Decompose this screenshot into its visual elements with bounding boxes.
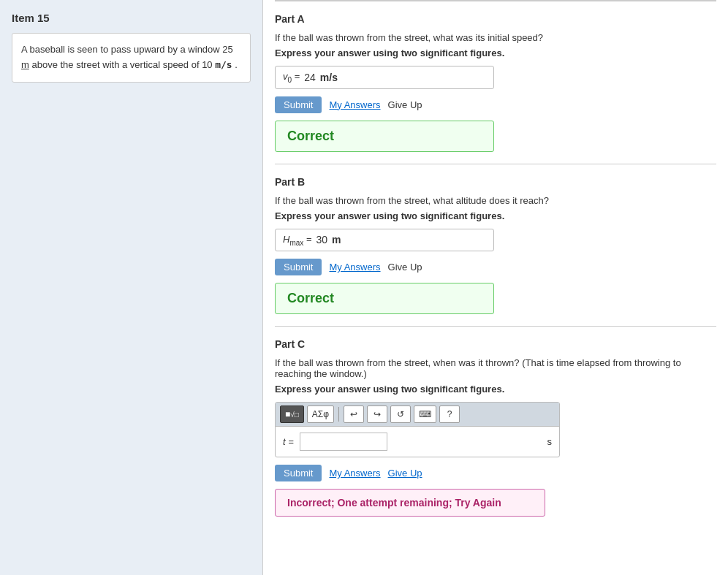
problem-text: A baseball is seen to pass upward by a w… — [21, 44, 235, 70]
item-title: Item 15 — [12, 12, 251, 24]
part-c-action-row: Submit My Answers Give Up — [275, 465, 716, 481]
toolbar-separator-1 — [338, 407, 339, 422]
part-a-question: If the ball was thrown from the street, … — [275, 32, 716, 43]
part-a-input-value: 24 — [304, 72, 316, 83]
part-c-eq-label: t = — [283, 436, 294, 447]
math-toolbar-btn1-icon: ■√□ — [285, 409, 299, 419]
part-b-title: Part B — [275, 176, 716, 188]
part-b-input-label: Hmax = — [283, 234, 312, 247]
part-b-give-up-text: Give Up — [388, 262, 422, 273]
part-a-action-row: Submit My Answers Give Up — [275, 96, 716, 113]
math-toolbar-btn1[interactable]: ■√□ — [280, 405, 304, 423]
part-a-my-answers-link[interactable]: My Answers — [329, 99, 380, 110]
math-editor-toolbar: ■√□ AΣφ ↩ ↪ ↺ ⌨ ? — [276, 403, 559, 427]
part-c-submit-button[interactable]: Submit — [275, 465, 322, 481]
math-toolbar-help-button[interactable]: ? — [439, 405, 460, 423]
part-c-my-answers-link[interactable]: My Answers — [329, 468, 380, 479]
part-c-incorrect-banner: Incorrect; One attempt remaining; Try Ag… — [275, 489, 545, 517]
keyboard-icon: ⌨ — [419, 409, 431, 419]
part-c-section: Part C If the ball was thrown from the s… — [275, 327, 716, 528]
part-a-input-unit: m/s — [320, 72, 338, 83]
part-a-instruction: Express your answer using two significan… — [275, 47, 716, 58]
reset-icon: ↺ — [397, 409, 404, 419]
part-a-section: Part A If the ball was thrown from the s… — [275, 0, 716, 164]
part-b-input-value: 30 — [316, 234, 328, 245]
part-a-title: Part A — [275, 13, 716, 25]
part-b-instruction: Express your answer using two significan… — [275, 210, 716, 221]
part-b-correct-banner: Correct — [275, 283, 494, 314]
right-panel: Part A If the ball was thrown from the s… — [263, 0, 728, 575]
math-toolbar-reset-button[interactable]: ↺ — [390, 405, 411, 423]
part-c-answer-input[interactable] — [300, 433, 387, 451]
part-b-input-row: Hmax = 30 m — [275, 229, 494, 252]
part-c-question: If the ball was thrown from the street, … — [275, 357, 716, 379]
part-a-input-row: v0 = 24 m/s — [275, 66, 494, 89]
problem-period: . — [235, 59, 238, 70]
part-c-unit-label: s — [547, 436, 553, 447]
redo-icon: ↪ — [374, 409, 381, 419]
part-c-give-up-link[interactable]: Give Up — [388, 468, 422, 479]
problem-box: A baseball is seen to pass upward by a w… — [12, 33, 251, 83]
math-toolbar-btn2-icon: AΣφ — [312, 409, 329, 419]
part-b-action-row: Submit My Answers Give Up — [275, 259, 716, 275]
part-b-input-unit: m — [332, 234, 341, 245]
math-toolbar-btn2[interactable]: AΣφ — [307, 405, 334, 423]
part-c-instruction: Express your answer using two significan… — [275, 384, 716, 395]
math-toolbar-keyboard-button[interactable]: ⌨ — [414, 405, 436, 423]
part-a-give-up-text: Give Up — [388, 99, 422, 110]
math-toolbar-redo-button[interactable]: ↪ — [367, 405, 387, 423]
part-a-correct-banner: Correct — [275, 121, 494, 152]
math-editor-input-row: t = s — [276, 427, 559, 457]
part-a-submit-button[interactable]: Submit — [275, 96, 322, 113]
math-toolbar-undo-button[interactable]: ↩ — [344, 405, 364, 423]
part-b-section: Part B If the ball was thrown from the s… — [275, 164, 716, 327]
math-editor-container: ■√□ AΣφ ↩ ↪ ↺ ⌨ ? — [275, 402, 560, 457]
part-b-question: If the ball was thrown from the street, … — [275, 195, 716, 206]
part-c-title: Part C — [275, 338, 716, 350]
undo-icon: ↩ — [350, 409, 357, 419]
part-b-submit-button[interactable]: Submit — [275, 259, 322, 275]
left-panel: Item 15 A baseball is seen to pass upwar… — [0, 0, 263, 575]
part-a-input-label: v0 = — [283, 71, 300, 84]
help-icon: ? — [447, 409, 452, 419]
part-b-my-answers-link[interactable]: My Answers — [329, 262, 380, 273]
